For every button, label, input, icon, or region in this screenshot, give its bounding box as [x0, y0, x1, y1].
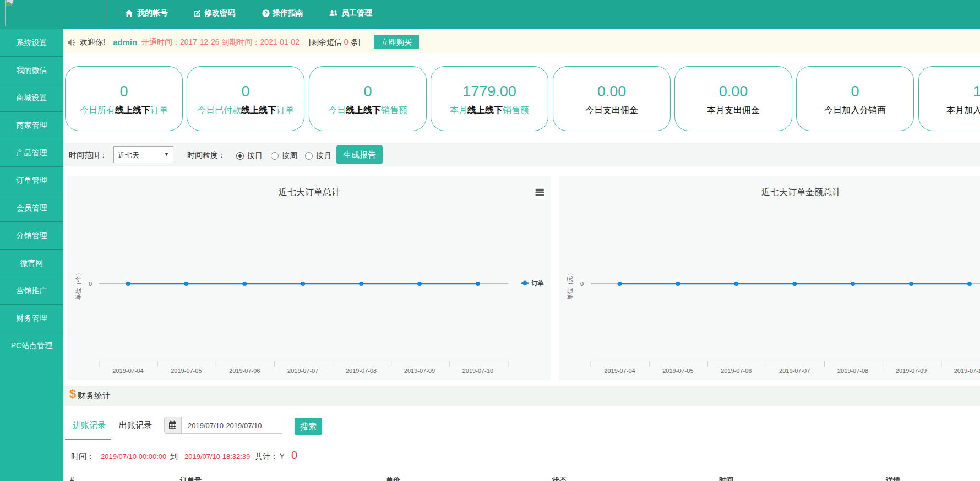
- svg-text:2019-07-10: 2019-07-10: [954, 367, 980, 374]
- svg-text:2019-07-08: 2019-07-08: [837, 367, 868, 374]
- svg-text:2019-07-04: 2019-07-04: [112, 367, 143, 374]
- svg-text:2019-07-09: 2019-07-09: [896, 367, 927, 374]
- svg-text:近七天订单金额总计: 近七天订单金额总计: [761, 187, 841, 197]
- svg-text:单位（个）: 单位（个）: [75, 270, 81, 300]
- svg-text:2019-07-06: 2019-07-06: [229, 367, 260, 374]
- svg-text:2019-07-05: 2019-07-05: [171, 367, 202, 374]
- svg-text:单位（元）: 单位（元）: [567, 270, 573, 300]
- svg-text:订单: 订单: [531, 280, 544, 287]
- svg-text:0: 0: [580, 280, 584, 287]
- svg-text:2019-07-09: 2019-07-09: [404, 367, 435, 374]
- svg-text:2019-07-07: 2019-07-07: [287, 367, 318, 374]
- svg-text:2019-07-08: 2019-07-08: [346, 367, 377, 374]
- svg-text:2019-07-05: 2019-07-05: [662, 367, 693, 374]
- svg-text:2019-07-04: 2019-07-04: [604, 367, 635, 374]
- svg-text:2019-07-10: 2019-07-10: [462, 367, 493, 374]
- svg-text:0: 0: [89, 280, 92, 287]
- svg-text:2019-07-07: 2019-07-07: [779, 367, 810, 374]
- svg-text:2019-07-06: 2019-07-06: [721, 367, 752, 374]
- svg-text:近七天订单总计: 近七天订单总计: [279, 187, 340, 197]
- svg-text:?: ?: [264, 10, 268, 17]
